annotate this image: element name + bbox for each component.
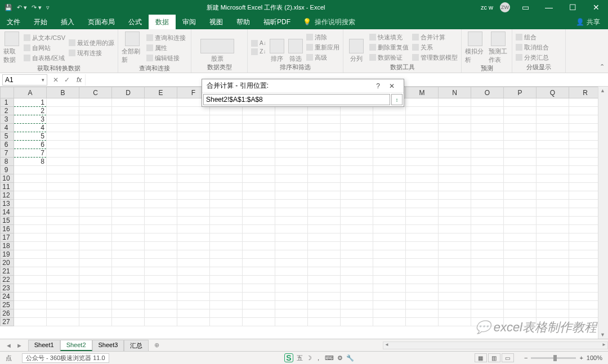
cell[interactable] xyxy=(569,141,602,149)
cell[interactable] xyxy=(243,276,275,284)
cell[interactable] xyxy=(308,225,341,233)
col-header-E[interactable]: E xyxy=(145,87,177,98)
cell[interactable] xyxy=(308,183,341,191)
tell-me-search[interactable]: 💡 操作说明搜索 xyxy=(297,15,361,29)
row-header-19[interactable]: 19 xyxy=(1,250,14,259)
cell[interactable] xyxy=(145,284,177,293)
cell[interactable] xyxy=(504,166,537,174)
cell[interactable] xyxy=(177,250,210,259)
cell[interactable] xyxy=(471,250,504,259)
row-header-15[interactable]: 15 xyxy=(1,217,14,225)
row-header-10[interactable]: 10 xyxy=(1,174,14,183)
cell[interactable] xyxy=(504,183,537,191)
cell[interactable] xyxy=(210,318,243,326)
cell[interactable] xyxy=(537,318,569,326)
cell[interactable] xyxy=(308,174,341,183)
cell[interactable] xyxy=(471,149,504,158)
cell[interactable] xyxy=(439,124,471,132)
cell[interactable] xyxy=(504,293,537,301)
cell[interactable] xyxy=(112,115,145,124)
cell[interactable] xyxy=(275,318,308,326)
vertical-scrollbar[interactable] xyxy=(598,87,608,339)
minimize-button[interactable]: — xyxy=(540,3,557,12)
cell[interactable] xyxy=(341,276,373,284)
cell[interactable] xyxy=(471,276,504,284)
cell[interactable] xyxy=(145,200,177,208)
cell[interactable] xyxy=(471,166,504,174)
cell[interactable] xyxy=(504,267,537,276)
cell[interactable] xyxy=(243,217,275,225)
cell[interactable] xyxy=(79,149,112,158)
cell[interactable] xyxy=(471,233,504,242)
cell[interactable] xyxy=(79,293,112,301)
cell[interactable] xyxy=(341,115,373,124)
cell[interactable] xyxy=(439,166,471,174)
row-header-3[interactable]: 3 xyxy=(1,115,14,124)
cell[interactable] xyxy=(308,191,341,200)
cell[interactable] xyxy=(177,183,210,191)
cell[interactable] xyxy=(406,183,439,191)
cell[interactable] xyxy=(439,107,471,115)
cell[interactable] xyxy=(308,115,341,124)
cell[interactable] xyxy=(537,174,569,183)
cell[interactable] xyxy=(373,276,406,284)
cell[interactable] xyxy=(439,183,471,191)
cell[interactable] xyxy=(373,267,406,276)
cell[interactable] xyxy=(373,250,406,259)
reapply-filter[interactable]: 重新应用 xyxy=(306,43,339,52)
cell[interactable] xyxy=(308,158,341,166)
cell[interactable] xyxy=(471,309,504,318)
cell[interactable] xyxy=(537,158,569,166)
cell[interactable] xyxy=(112,149,145,158)
cell[interactable] xyxy=(112,124,145,132)
cell[interactable] xyxy=(275,141,308,149)
cell[interactable] xyxy=(145,208,177,217)
cell[interactable] xyxy=(471,115,504,124)
sheet-tab-汇总[interactable]: 汇总 xyxy=(124,340,149,351)
cell[interactable] xyxy=(112,200,145,208)
cell[interactable] xyxy=(504,174,537,183)
cell[interactable]: 3 xyxy=(14,115,47,124)
cell[interactable] xyxy=(210,309,243,318)
user-avatar[interactable]: ZW xyxy=(500,2,510,12)
cell[interactable] xyxy=(537,200,569,208)
cell[interactable] xyxy=(47,141,79,149)
cell[interactable] xyxy=(47,233,79,242)
row-header-16[interactable]: 16 xyxy=(1,225,14,233)
cell[interactable] xyxy=(210,293,243,301)
cell[interactable] xyxy=(373,284,406,293)
cell[interactable] xyxy=(373,115,406,124)
cell[interactable] xyxy=(145,276,177,284)
cell[interactable] xyxy=(177,107,210,115)
cell[interactable] xyxy=(177,259,210,267)
cell[interactable] xyxy=(341,259,373,267)
cell[interactable] xyxy=(177,149,210,158)
cell[interactable] xyxy=(177,191,210,200)
cell[interactable] xyxy=(504,191,537,200)
cell[interactable] xyxy=(112,250,145,259)
cell[interactable] xyxy=(406,166,439,174)
cell[interactable] xyxy=(373,225,406,233)
cell[interactable] xyxy=(439,267,471,276)
group-rows[interactable]: 组合 xyxy=(516,33,549,42)
cell[interactable] xyxy=(537,107,569,115)
cell[interactable] xyxy=(504,132,537,141)
cell[interactable] xyxy=(439,208,471,217)
tab-insert[interactable]: 插入 xyxy=(54,15,81,29)
cell[interactable] xyxy=(504,107,537,115)
cell[interactable] xyxy=(569,158,602,166)
cell[interactable] xyxy=(145,242,177,250)
cell[interactable] xyxy=(145,107,177,115)
cell[interactable] xyxy=(79,318,112,326)
ime-logo-icon[interactable]: S xyxy=(284,353,293,362)
cell[interactable] xyxy=(243,107,275,115)
advanced-filter[interactable]: 高级 xyxy=(306,53,339,62)
cell[interactable] xyxy=(504,149,537,158)
cell[interactable] xyxy=(471,107,504,115)
zoom-level[interactable]: 100% xyxy=(587,354,602,361)
cell[interactable] xyxy=(406,124,439,132)
recent-sources[interactable]: 最近使用的源 xyxy=(69,39,114,47)
ime-tool-icon[interactable]: 🔧 xyxy=(346,354,354,362)
cell[interactable] xyxy=(79,242,112,250)
cell[interactable] xyxy=(79,233,112,242)
